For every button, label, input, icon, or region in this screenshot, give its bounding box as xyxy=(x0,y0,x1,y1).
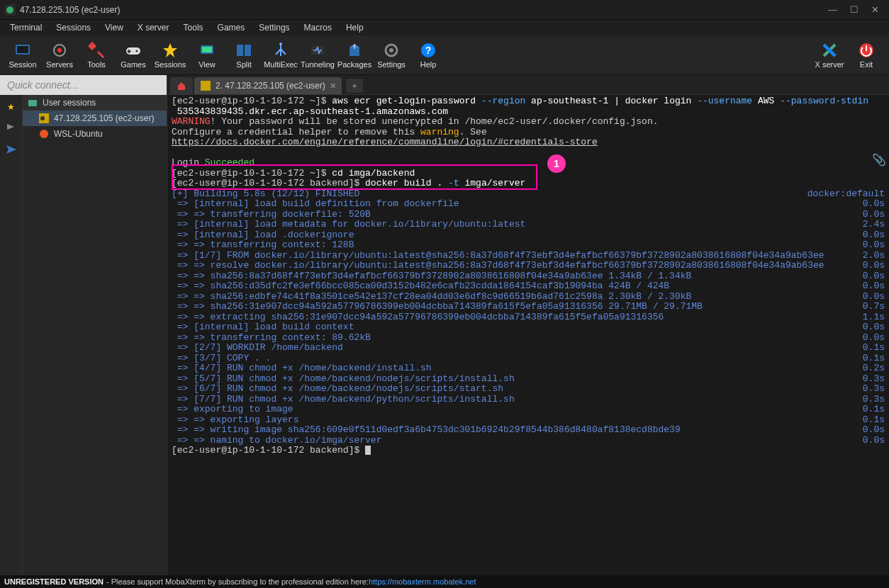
quick-connect-input[interactable]: Quick connect... xyxy=(0,75,167,95)
svg-rect-13 xyxy=(245,45,251,56)
menu-games[interactable]: Games xyxy=(212,21,251,34)
sidebar-content: ★ User sessions 47.128.225.105 (ec2-user… xyxy=(0,95,167,575)
session-item[interactable]: WSL-Ubuntu xyxy=(23,126,167,142)
menu-sessions[interactable]: Sessions xyxy=(50,21,96,34)
star-icon[interactable]: ★ xyxy=(4,99,19,115)
sessions-root[interactable]: User sessions xyxy=(23,95,167,111)
sessions-button[interactable]: Sessions xyxy=(152,40,189,71)
tab-close-icon[interactable]: ✕ xyxy=(330,81,336,91)
exit-button[interactable]: Exit xyxy=(848,40,885,71)
multiexec-icon xyxy=(272,42,289,59)
left-rail: ★ xyxy=(0,95,23,575)
session-icon xyxy=(14,42,31,59)
maximize-button[interactable]: ☐ xyxy=(850,4,859,15)
packages-button-label: Packages xyxy=(337,60,371,69)
paperclip-icon[interactable]: 📎 xyxy=(872,153,886,166)
menu-settings[interactable]: Settings xyxy=(253,21,295,34)
games-icon xyxy=(125,42,142,59)
view-button-label: View xyxy=(199,60,216,69)
packages-button[interactable]: Packages xyxy=(336,40,373,71)
tunneling-icon xyxy=(309,42,326,59)
sessions-tree: User sessions 47.128.225.105 (ec2-user)W… xyxy=(23,95,167,575)
view-icon xyxy=(199,42,216,59)
split-button-label: Split xyxy=(236,60,251,69)
tools-icon xyxy=(88,42,105,59)
session-button-label: Session xyxy=(9,60,36,69)
key-icon xyxy=(38,113,50,124)
tab-ssh-1[interactable]: 2. 47.128.225.105 (ec2-user)✕ xyxy=(194,77,342,94)
toolbar: SessionServersToolsGamesSessionsViewSpli… xyxy=(0,35,889,75)
left-sidebar: Quick connect... ★ User sessions 47.128.… xyxy=(0,75,167,575)
sessions-icon xyxy=(162,42,179,59)
status-bar: UNREGISTERED VERSION - Please support Mo… xyxy=(0,575,889,588)
quick-connect-placeholder: Quick connect... xyxy=(7,79,78,91)
menu-tools[interactable]: Tools xyxy=(178,21,209,34)
svg-rect-22 xyxy=(866,45,867,51)
menu-help[interactable]: Help xyxy=(340,21,369,34)
unregistered-label: UNREGISTERED VERSION xyxy=(4,577,104,586)
terminal-panel: 2. 47.128.225.105 (ec2-user)✕＋ 📎 [ec2-us… xyxy=(167,75,889,575)
sessions-button-label: Sessions xyxy=(155,60,186,69)
svg-point-14 xyxy=(279,43,282,45)
tab-bar: 2. 47.128.225.105 (ec2-user)✕＋ xyxy=(167,75,889,95)
send-icon[interactable] xyxy=(4,142,19,157)
servers-button[interactable]: Servers xyxy=(41,40,78,71)
svg-rect-27 xyxy=(201,81,211,91)
home-icon xyxy=(176,80,187,91)
exit-button-label: Exit xyxy=(860,60,873,69)
app-icon xyxy=(4,4,16,16)
svg-rect-12 xyxy=(237,45,243,56)
session-item-label: 47.128.225.105 (ec2-user) xyxy=(54,113,154,123)
tunneling-button[interactable]: Tunneling xyxy=(299,40,336,71)
exit-icon xyxy=(858,42,875,59)
svg-point-1 xyxy=(6,6,13,13)
window-title: 47.128.225.105 (ec2-user) xyxy=(20,5,828,15)
svg-point-25 xyxy=(40,116,45,120)
window-controls: — ☐ ✕ xyxy=(828,4,879,15)
tab-home[interactable] xyxy=(170,77,193,94)
servers-button-label: Servers xyxy=(46,60,73,69)
settings-icon xyxy=(383,42,400,59)
svg-text:?: ? xyxy=(425,45,432,56)
svg-point-7 xyxy=(136,50,138,52)
servers-icon xyxy=(51,42,68,59)
split-button[interactable]: Split xyxy=(225,40,262,71)
tools-button[interactable]: Tools xyxy=(78,40,115,71)
view-button[interactable]: View xyxy=(189,40,225,71)
help-button[interactable]: ?Help xyxy=(410,40,447,71)
titlebar: 47.128.225.105 (ec2-user) — ☐ ✕ xyxy=(0,0,889,20)
svg-point-26 xyxy=(40,130,48,138)
terminal-output[interactable]: [ec2-user@ip-10-1-10-172 ~]$ aws ecr get… xyxy=(167,95,889,575)
tab-add-button[interactable]: ＋ xyxy=(346,79,363,93)
menu-view[interactable]: View xyxy=(99,21,129,34)
ssh-icon xyxy=(200,80,211,91)
menu-macros[interactable]: Macros xyxy=(298,21,337,34)
session-item-label: WSL-Ubuntu xyxy=(54,129,103,139)
session-item[interactable]: 47.128.225.105 (ec2-user) xyxy=(23,111,167,126)
svg-rect-23 xyxy=(28,100,37,106)
svg-point-18 xyxy=(389,48,393,52)
main-area: Quick connect... ★ User sessions 47.128.… xyxy=(0,75,889,575)
menu-terminal[interactable]: Terminal xyxy=(4,21,47,34)
xserver-button[interactable]: X server xyxy=(811,40,848,71)
ubuntu-icon xyxy=(38,128,50,140)
multiexec-button[interactable]: MultiExec xyxy=(262,40,299,71)
tab-label: 2. 47.128.225.105 (ec2-user) xyxy=(216,81,325,91)
session-button[interactable]: Session xyxy=(4,40,41,71)
svg-rect-9 xyxy=(128,50,131,52)
svg-rect-11 xyxy=(202,47,212,52)
games-button[interactable]: Games xyxy=(115,40,152,71)
settings-button[interactable]: Settings xyxy=(373,40,410,71)
menu-x-server[interactable]: X server xyxy=(132,21,175,34)
tools-button-label: Tools xyxy=(87,60,106,69)
clipboard-icon[interactable] xyxy=(4,120,19,136)
close-button[interactable]: ✕ xyxy=(871,4,879,15)
minimize-button[interactable]: — xyxy=(828,4,837,15)
status-text: - Please support MobaXterm by subscribin… xyxy=(106,577,369,586)
xserver-button-label: X server xyxy=(815,60,844,69)
status-link[interactable]: https://mobaxterm.mobatek.net xyxy=(369,577,476,586)
packages-icon xyxy=(346,42,363,59)
sessions-root-label: User sessions xyxy=(43,98,96,108)
svg-rect-3 xyxy=(17,46,28,53)
menubar: TerminalSessionsViewX serverToolsGamesSe… xyxy=(0,20,889,35)
